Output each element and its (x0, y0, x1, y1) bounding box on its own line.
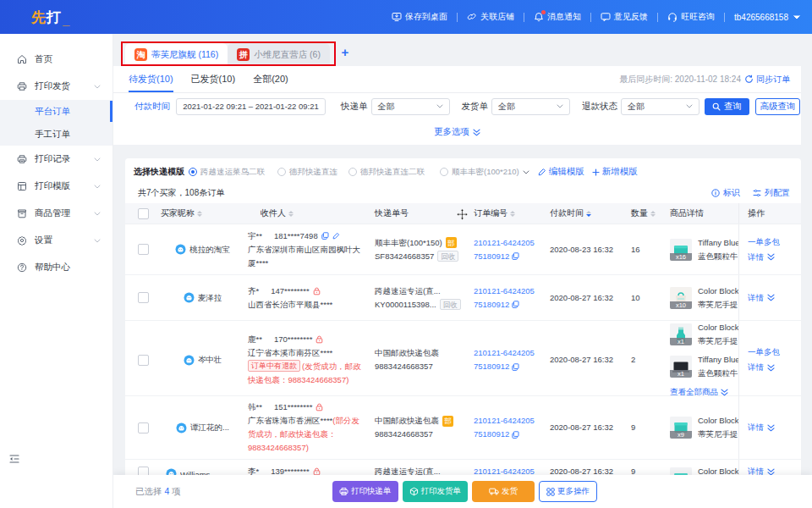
row-checkbox[interactable] (138, 292, 149, 303)
caret-down-icon (793, 15, 800, 19)
sidebar-item-帮助中心[interactable]: 帮助中心 (0, 254, 112, 281)
column-config-action[interactable]: 列配置 (753, 187, 790, 199)
add-template-button[interactable]: 新增模版 (592, 166, 638, 178)
operation-link-详情[interactable]: 详情 (748, 421, 800, 434)
topbar-item-5[interactable]: 旺旺咨询 (667, 11, 715, 23)
sort-down (197, 214, 202, 217)
chevron-down-icon[interactable] (523, 170, 529, 174)
delivery-sheet-select[interactable]: 全部 (491, 98, 570, 115)
sidebar-subitem-手工订单[interactable]: 手工订单 (0, 123, 112, 146)
sort-icon[interactable] (288, 211, 294, 217)
sidebar-item-打印模版[interactable]: 打印模版 (0, 173, 112, 200)
pay-time-filter-label[interactable]: 付款时间 (134, 101, 170, 113)
buyer-nickname[interactable]: 麦泽拉 (198, 291, 222, 305)
row-checkbox-cell (125, 321, 156, 399)
template-radio-3[interactable]: 德邦快递直连二联 (348, 167, 425, 178)
column-header-8[interactable]: 操作 (738, 203, 800, 224)
product-thumbnail[interactable]: x16 (670, 239, 692, 261)
order-number-line2[interactable]: 75180912 (474, 360, 545, 373)
column-header-7[interactable]: 商品详情 (665, 207, 738, 219)
order-number-line2[interactable]: 75180912 (474, 298, 545, 312)
product-thumbnail[interactable]: x10 (670, 287, 692, 309)
template-radio-2[interactable]: 德邦快递直连 (277, 167, 337, 178)
plus-icon (592, 168, 600, 176)
product-name-line: Color Block (698, 284, 738, 298)
order-tab-1[interactable]: 待发货(10) (129, 66, 173, 92)
topbar-item-4[interactable]: 意见反馈 (601, 11, 648, 23)
order-number-line2[interactable]: 75180912 (474, 250, 545, 263)
order-number-line1[interactable]: 210121-6424205 (474, 236, 545, 250)
sidebar-item-商品管理[interactable]: 商品管理 (0, 200, 112, 227)
recycle-tag[interactable]: 回收 (440, 299, 461, 310)
topbar-item-2[interactable]: 关联店铺 (467, 11, 514, 23)
column-header-5[interactable]: 付款时间 (545, 207, 624, 219)
operation-link-一单多包[interactable]: 一单多包 (748, 235, 800, 249)
buyer-nickname[interactable]: 桃拉的淘宝 (189, 243, 230, 257)
operation-link-详情[interactable]: 详情 (748, 251, 800, 264)
sort-icon[interactable] (586, 211, 591, 217)
summary-row: 共7个买家，108条订单 标识 列配置 (125, 182, 801, 203)
sidebar-subitem-平台订单[interactable]: 平台订单 (0, 100, 112, 123)
template-radio-4[interactable]: 顺丰丰密(100*210) (440, 167, 519, 178)
pay-time-cell: 2020-08-27 16:32 (545, 275, 624, 320)
footer-button-1[interactable]: 打印快递单 (332, 481, 398, 502)
more-options-link[interactable]: 更多选项 (434, 126, 480, 138)
shop-tab-label: 小维尼直营店 (6) (254, 49, 321, 61)
sort-icon[interactable] (650, 211, 656, 217)
product-thumbnail[interactable]: x1 (670, 323, 692, 345)
edit-template-button[interactable]: 编辑模版 (538, 166, 584, 178)
order-tab-3[interactable]: 全部(20) (253, 66, 288, 92)
shop-tab-2[interactable]: 拼小维尼直营店 (6) (228, 43, 330, 66)
column-header-6[interactable]: 数量 (624, 207, 665, 219)
row-checkbox[interactable] (138, 244, 149, 255)
row-checkbox[interactable] (138, 355, 149, 366)
lock-icon (313, 287, 321, 295)
recycle-tag[interactable]: 回收 (437, 251, 458, 262)
sidebar-item-打印记录[interactable]: 打印记录 (0, 146, 112, 173)
product-thumbnail[interactable]: x9 (670, 417, 692, 439)
order-tab-2[interactable]: 已发货(10) (191, 66, 236, 92)
sort-icon[interactable] (510, 211, 515, 217)
express-template-name: 跨越速运专运(直... (375, 284, 441, 298)
column-header-1[interactable]: 买家昵称 (156, 207, 239, 219)
shop-tab-1[interactable]: 淘蒂芙尼旗舰 (116) (125, 43, 228, 66)
order-number-line1[interactable]: 210121-6424205 (474, 284, 545, 298)
account-menu[interactable]: tb4265668158 (734, 13, 800, 22)
sort-icon[interactable] (197, 211, 202, 217)
column-header-4[interactable]: 订单编号 (468, 207, 545, 219)
search-button[interactable]: 查询 (705, 98, 749, 115)
buyer-nickname[interactable]: 谭江花的... (190, 421, 229, 434)
buyer-nickname[interactable]: 岑中壮 (198, 353, 222, 367)
operation-link-详情[interactable]: 详情 (748, 291, 800, 305)
sidebar-collapse-icon[interactable] (9, 454, 19, 464)
advanced-search-button[interactable]: 高级查询 (755, 98, 800, 115)
sync-orders-button[interactable]: 同步订单 (744, 74, 790, 86)
product-thumbnail[interactable]: x1 (670, 356, 692, 378)
pay-time-range-input[interactable]: 2021-01-22 09:21 – 2021-01-22 09:21 (176, 98, 326, 115)
operation-label: 详情 (748, 361, 764, 374)
operation-link-一单多包[interactable]: 一单多包 (748, 345, 800, 359)
select-all-checkbox[interactable] (138, 208, 149, 219)
sidebar-item-设置[interactable]: 设置 (0, 227, 112, 254)
sidebar-item-首页[interactable]: 首页 (0, 46, 112, 73)
edit-template-label: 编辑模版 (549, 166, 584, 178)
express-sheet-select[interactable]: 全部 (371, 98, 450, 115)
column-header-3[interactable]: 快递单号 (370, 207, 468, 219)
template-radio-1[interactable]: 跨越速运菜鸟二联 (189, 167, 265, 178)
footer-button-2[interactable]: 打印发货单 (403, 481, 469, 502)
footer-button-3[interactable]: 发货 (472, 481, 535, 502)
topbar-item-3[interactable]: 消息通知 (534, 11, 581, 23)
add-shop-button[interactable]: + (338, 46, 352, 59)
column-header-2[interactable]: 收件人 (239, 207, 370, 219)
topbar-item-1[interactable]: 保存到桌面 (392, 11, 447, 23)
row-checkbox[interactable] (138, 422, 149, 433)
order-number-line2[interactable]: 75180912 (474, 428, 545, 441)
order-number-line1[interactable]: 210121-6424205 (474, 346, 545, 360)
sidebar-item-打印发货[interactable]: 打印发货 (0, 73, 112, 100)
operation-link-详情[interactable]: 详情 (748, 361, 800, 374)
mark-action[interactable]: 标识 (711, 187, 740, 199)
order-number-line1[interactable]: 210121-6424205 (474, 414, 545, 428)
refund-status-select[interactable]: 全部 (621, 98, 700, 115)
footer-button-4[interactable]: 更多操作 (539, 481, 597, 502)
operation-label: 一单多包 (748, 235, 780, 249)
